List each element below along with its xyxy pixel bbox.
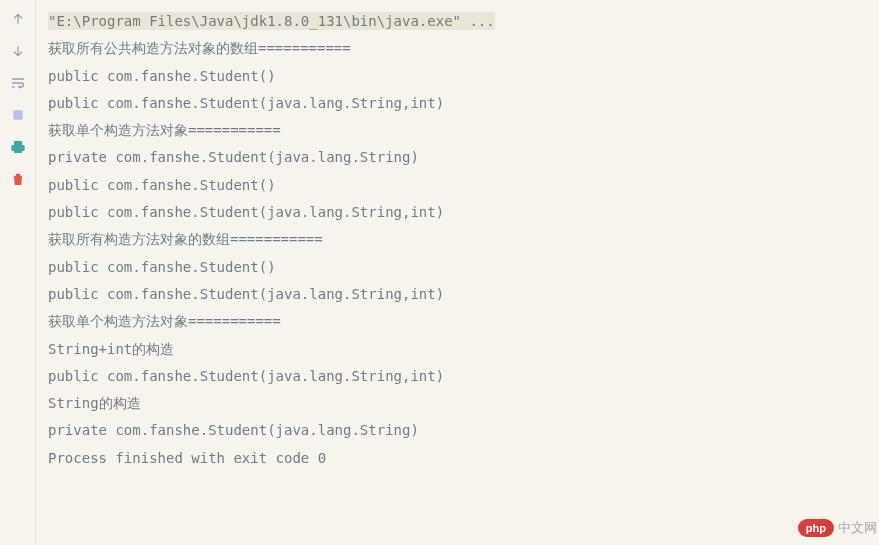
output-line: String的构造 [48,390,867,417]
arrow-down-icon[interactable] [9,42,27,60]
console-gutter [0,0,36,545]
output-line: public com.fanshe.Student(java.lang.Stri… [48,90,867,117]
output-line: public com.fanshe.Student(java.lang.Stri… [48,199,867,226]
soft-wrap-icon[interactable] [9,74,27,92]
output-line: 获取单个构造方法对象=========== [48,308,867,335]
output-line: 获取所有构造方法对象的数组=========== [48,226,867,253]
output-line: public com.fanshe.Student() [48,172,867,199]
watermark-pill: php [798,519,834,537]
scroll-to-end-icon[interactable] [9,106,27,124]
trash-icon[interactable] [9,170,27,188]
output-line: 获取单个构造方法对象=========== [48,117,867,144]
output-line: public com.fanshe.Student() [48,63,867,90]
output-line: private com.fanshe.Student(java.lang.Str… [48,417,867,444]
console-output[interactable]: "E:\Program Files\Java\jdk1.8.0_131\bin\… [36,0,879,545]
watermark: php 中文网 [798,519,877,537]
svg-rect-0 [13,110,22,119]
output-line: public com.fanshe.Student() [48,254,867,281]
output-line: public com.fanshe.Student(java.lang.Stri… [48,281,867,308]
output-line: 获取所有公共构造方法对象的数组=========== [48,35,867,62]
arrow-up-icon[interactable] [9,10,27,28]
watermark-text: 中文网 [838,519,877,537]
output-line: private com.fanshe.Student(java.lang.Str… [48,144,867,171]
output-line: Process finished with exit code 0 [48,445,867,472]
command-line: "E:\Program Files\Java\jdk1.8.0_131\bin\… [48,8,867,35]
print-icon[interactable] [9,138,27,156]
output-line: public com.fanshe.Student(java.lang.Stri… [48,363,867,390]
output-line: String+int的构造 [48,336,867,363]
